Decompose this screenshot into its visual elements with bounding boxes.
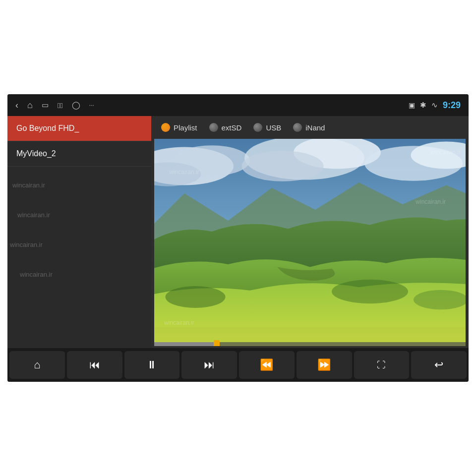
- home-button[interactable]: ⌂: [9, 351, 65, 379]
- prev-button[interactable]: ⏮: [67, 351, 122, 379]
- pause-button[interactable]: ⏸: [124, 351, 180, 379]
- source-tab-extsd[interactable]: extSD: [205, 121, 246, 134]
- progress-thumb: [214, 340, 220, 346]
- status-icons: ▣ ✱ ∿ 9:29: [409, 100, 461, 111]
- playlist-sidebar: Go Beyond FHD_ MyVideo_2 wincairan.ir wi…: [7, 116, 151, 348]
- clock-display: 9:29: [443, 100, 461, 111]
- control-bar: ⌂ ⏮ ⏸ ⏭ ⏪ ⏩ ⛶ ↩: [7, 348, 469, 382]
- svg-point-11: [166, 286, 226, 308]
- svg-point-6: [242, 151, 324, 181]
- cast-icon: ▣: [409, 101, 415, 109]
- watermark-3: wincairan.ir: [10, 241, 43, 248]
- progress-fill: [154, 342, 217, 346]
- wifi-icon: ∿: [431, 101, 438, 110]
- playlist-item-2[interactable]: MyVideo_2: [7, 141, 151, 167]
- device-frame: ‹ ⌂ ▭ ▶⃝ ◯ ··· ▣ ✱ ∿ 9:29 Go Beyond FHD_…: [7, 94, 469, 382]
- home-nav-icon[interactable]: ⌂: [27, 100, 33, 111]
- back-button[interactable]: ↩: [411, 351, 467, 379]
- source-label-extsd: extSD: [222, 123, 242, 132]
- nav-icons: ‹ ⌂ ▭ ▶⃝ ◯ ···: [15, 100, 94, 111]
- svg-point-12: [332, 280, 408, 303]
- source-dot-usb: [253, 123, 262, 132]
- source-label-inand: iNand: [305, 123, 325, 132]
- status-bar: ‹ ⌂ ▭ ▶⃝ ◯ ··· ▣ ✱ ∿ 9:29: [7, 94, 469, 116]
- fullscreen-button[interactable]: ⛶: [354, 351, 410, 379]
- main-content: Go Beyond FHD_ MyVideo_2 wincairan.ir wi…: [7, 116, 469, 348]
- playlist-item-1-title: Go Beyond FHD_: [16, 124, 79, 132]
- back-nav-icon[interactable]: ‹: [15, 100, 18, 111]
- watermark-1: wincairan.ir: [12, 181, 45, 189]
- source-tab-playlist[interactable]: Playlist: [157, 121, 201, 134]
- recent-nav-icon[interactable]: ▭: [42, 101, 49, 110]
- source-label-playlist: Playlist: [174, 123, 197, 132]
- camera-nav-icon[interactable]: ▶⃝: [58, 101, 63, 110]
- playlist-item-1[interactable]: Go Beyond FHD_: [7, 116, 151, 141]
- source-dot-inand: [293, 123, 302, 132]
- progress-bar[interactable]: [154, 342, 466, 346]
- source-tabs: Playlist extSD USB iNand: [151, 116, 469, 139]
- watermark-4: wincairan.ir: [20, 271, 53, 278]
- source-tab-inand[interactable]: iNand: [289, 121, 329, 134]
- forward-button[interactable]: ⏩: [297, 351, 352, 379]
- dots-nav-icon: ···: [89, 102, 94, 109]
- rewind-button[interactable]: ⏪: [239, 351, 295, 379]
- bag-nav-icon[interactable]: ◯: [72, 101, 80, 110]
- source-dot-playlist: [161, 123, 170, 132]
- video-thumbnail: wincairan.ir wincairan.ir wincairan.ir w…: [154, 139, 466, 346]
- watermark-2: wincairan.ir: [17, 211, 50, 219]
- video-player[interactable]: wincairan.ir wincairan.ir wincairan.ir w…: [154, 139, 466, 346]
- video-landscape-svg: [154, 139, 466, 346]
- source-label-usb: USB: [266, 123, 281, 132]
- source-tab-usb[interactable]: USB: [249, 121, 285, 134]
- next-button[interactable]: ⏭: [181, 351, 237, 379]
- source-dot-extsd: [209, 123, 218, 132]
- bluetooth-icon: ✱: [420, 101, 426, 110]
- playlist-item-2-title: MyVideo_2: [16, 149, 56, 158]
- video-area: Playlist extSD USB iNand: [151, 116, 469, 348]
- svg-point-13: [414, 290, 466, 310]
